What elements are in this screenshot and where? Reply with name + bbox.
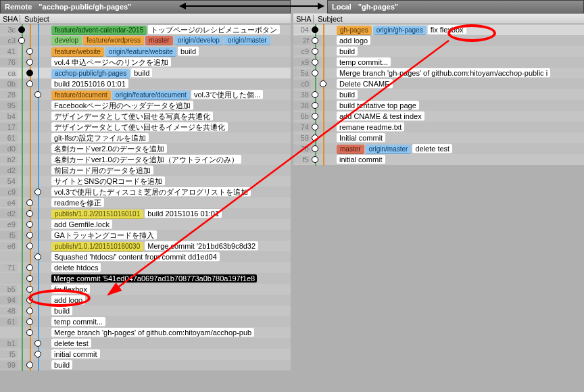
commit-row[interactable]: 61temp commit...	[0, 316, 291, 327]
commit-message: Merge branch 'gh-pages' of github.com:hi…	[51, 328, 254, 337]
commit-row[interactable]: 04gh-pagesorigin/gh-pagesfix flexbox	[293, 24, 584, 35]
commit-message: Facebookページ用のヘッダデータを追加	[51, 101, 193, 110]
ref-tag[interactable]: acchop-public/gh-pages	[51, 69, 130, 78]
commit-subject: fix flexbox	[51, 285, 90, 294]
commit-message: デザインデータとして使い回せるイメージを共通化	[51, 122, 228, 132]
commit-row[interactable]: 76vol.4 申込ページへのリンクを追加	[0, 57, 291, 68]
commit-row[interactable]: 0bbuild 20151016 01:01	[0, 78, 291, 89]
commit-row[interactable]: Merge commit '541ed047a0697ad1b708773a0b…	[0, 273, 291, 284]
commit-row[interactable]: 41feature/websiteorigin/feature/websiteb…	[0, 46, 291, 57]
ref-tag[interactable]: develop	[51, 36, 82, 45]
ref-tag[interactable]: origin/gh-pages	[373, 26, 427, 35]
ref-tag[interactable]: origin/feature/document	[112, 91, 190, 100]
commit-row[interactable]: f5GAトラッキングコードを挿入	[0, 230, 291, 241]
commit-row[interactable]: b4デザインデータとして使い回せる写真を共通化	[0, 111, 291, 122]
commit-row[interactable]: b2名刺カードver1.0のデータを追加（アウトラインのみ）	[0, 154, 291, 165]
commit-row[interactable]: 71delete htdocs	[0, 262, 291, 273]
commit-dot	[26, 221, 33, 228]
commit-row[interactable]: f5initial commit	[293, 154, 584, 165]
commit-row[interactable]: e9add Gemfile.lock	[0, 219, 291, 230]
ref-tag[interactable]: master	[145, 36, 173, 45]
commit-dot	[26, 308, 33, 314]
commit-row[interactable]: 95Facebookページ用のヘッダデータを追加	[0, 100, 291, 111]
commit-row[interactable]: 38build	[293, 89, 584, 100]
commit-row[interactable]: c0Delete CNAME	[293, 78, 584, 89]
ref-tag[interactable]: master	[337, 145, 364, 154]
commit-subject: build tentative top page	[337, 101, 419, 110]
commit-row[interactable]: f5initial commit	[0, 349, 291, 360]
ref-tag[interactable]: publish/1.0.2/201510160101	[51, 210, 143, 219]
ref-tag[interactable]: feature/advent-calendar-2015	[51, 26, 147, 35]
remote-col-subject[interactable]: Subject	[20, 15, 49, 23]
commit-graph	[18, 338, 51, 349]
commit-dot	[34, 351, 41, 358]
ref-tag[interactable]: feature/website	[51, 47, 104, 57]
commit-row[interactable]: 3cfeature/advent-calendar-2015トップページのレシピ…	[0, 24, 291, 35]
commit-row[interactable]: 54サイトとSNSのQRコードを追加	[0, 176, 291, 187]
commit-subject: build 20151016 01:01	[51, 79, 128, 89]
commit-row[interactable]: 61git-lfsの設定ファイルを追加	[0, 132, 291, 143]
commit-message: delete htdocs	[51, 263, 101, 272]
commit-graph	[18, 154, 51, 165]
commit-graph	[18, 68, 51, 78]
commit-row[interactable]: 5aMerge branch 'gh-pages' of github.com:…	[293, 68, 584, 78]
commit-row[interactable]: Squashed 'htdocs/' content from commit d…	[0, 251, 291, 262]
commit-graph	[18, 100, 51, 111]
ref-tag[interactable]: gh-pages	[337, 26, 372, 35]
ref-tag[interactable]: origin/feature/website	[105, 47, 176, 57]
commit-row[interactable]: Merge branch 'gh-pages' of github.com:hi…	[0, 327, 291, 338]
commit-message: build	[51, 360, 72, 370]
commit-subject: build	[337, 47, 358, 56]
ref-tag[interactable]: publish/1.0.1/201510160030	[51, 242, 143, 251]
commit-row[interactable]: 99build	[0, 360, 291, 370]
ref-tag[interactable]: feature/wordpress	[83, 36, 144, 45]
local-commit-list[interactable]: 04gh-pagesorigin/gh-pagesfix flexbox2fad…	[293, 24, 584, 392]
commit-row[interactable]: 17デザインデータとして使い回せるイメージを共通化	[0, 122, 291, 132]
ref-tag[interactable]: origin/develop	[174, 36, 223, 45]
commit-row[interactable]: 7bmasterorigin/masterdelete test	[293, 143, 584, 154]
commit-dot	[18, 26, 25, 33]
commit-message: Merge branch 'gh-pages' of github.com:hi…	[337, 68, 550, 78]
local-col-sha[interactable]: SHA	[293, 15, 314, 23]
commit-row[interactable]: d0名刺カードver2.0のデータを追加	[0, 143, 291, 154]
commit-row[interactable]: e8publish/1.0.1/201510160030Merge commit…	[0, 241, 291, 251]
commit-row[interactable]: x9temp commit...	[293, 57, 584, 68]
commit-row[interactable]: 6badd CNAME & test index	[293, 111, 584, 122]
commit-sha: f5	[0, 231, 18, 239]
commit-sha: 04	[293, 26, 311, 34]
commit-subject: temp commit...	[337, 57, 391, 67]
commit-sha: 5a	[293, 69, 311, 77]
commit-graph	[18, 349, 51, 360]
commit-message: temp commit...	[337, 57, 391, 67]
commit-dot	[26, 286, 33, 293]
commit-sha: e4	[0, 199, 18, 207]
ref-tag[interactable]: origin/master	[224, 36, 270, 45]
commit-row[interactable]: 48build	[0, 305, 291, 316]
commit-message: delete test	[51, 339, 91, 348]
commit-message: vol.3で使用した個...	[191, 90, 263, 99]
commit-row[interactable]: c9vol.3で使用したディスコミ芝居のダイアログリストを追加	[0, 187, 291, 197]
commit-subject: publish/1.0.2/201510160101build 20151016…	[51, 209, 222, 219]
commit-row[interactable]: c3developfeature/wordpressmasterorigin/d…	[0, 35, 291, 46]
commit-row[interactable]: e4readmeを修正	[0, 197, 291, 208]
commit-message: add Gemfile.lock	[51, 220, 112, 229]
commit-dot	[34, 189, 41, 195]
remote-commit-list[interactable]: 3cfeature/advent-calendar-2015トップページのレシピ…	[0, 24, 291, 392]
commit-row[interactable]: b1delete test	[0, 338, 291, 349]
remote-col-sha[interactable]: SHA	[0, 15, 20, 23]
commit-row[interactable]: 2fadd logo	[293, 35, 584, 46]
commit-row[interactable]: d2前回カード用のデータを追加	[0, 165, 291, 176]
commit-row[interactable]: 74remane readme.txt	[293, 122, 584, 132]
commit-row[interactable]: 59Initial commit	[293, 132, 584, 143]
commit-row[interactable]: 38build tentative top page	[293, 100, 584, 111]
commit-row[interactable]: caacchop-public/gh-pagesbuild	[0, 68, 291, 78]
ref-tag[interactable]: origin/master	[366, 145, 412, 154]
commit-row[interactable]: b5fix flexbox	[0, 284, 291, 295]
commit-row[interactable]: 94add logo	[0, 295, 291, 305]
local-col-subject[interactable]: Subject	[314, 15, 343, 23]
commit-dot	[26, 48, 33, 55]
commit-row[interactable]: c9build	[293, 46, 584, 57]
ref-tag[interactable]: feature/document	[51, 91, 111, 100]
commit-row[interactable]: d2publish/1.0.2/201510160101build 201510…	[0, 208, 291, 219]
commit-row[interactable]: 28feature/documentorigin/feature/documen…	[0, 89, 291, 100]
